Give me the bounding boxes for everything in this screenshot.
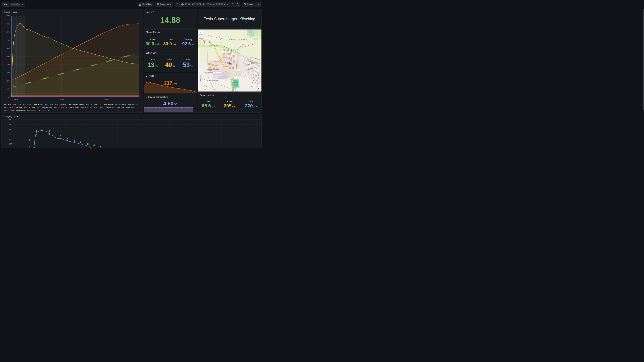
location-panel: Tesla Supercharger, Kösching — [198, 9, 262, 29]
svg-text:09:50: 09:50 — [104, 98, 108, 100]
location-title: Tesla Supercharger, Kösching — [204, 17, 255, 21]
avg-outdoor-temp-panel: Ø Outdoor Temperature 4.50°C — [144, 94, 197, 113]
legend-swatch — [70, 107, 72, 108]
battery-level-title: Battery Level — [146, 52, 158, 54]
svg-text:40%: 40% — [6, 64, 10, 66]
teslamate-button[interactable]: TeslaMate — [137, 2, 154, 7]
avg-power-panel: Ø Power 137kW — [144, 73, 197, 93]
stat-battery-added: Added 40% — [161, 58, 179, 68]
stat-used-energy: Used 33.0kWh — [161, 38, 179, 46]
battery-level-panel: Battery Level Start 13% Added 40% End 53… — [144, 50, 197, 72]
time-range-zoom-out-button[interactable] — [235, 2, 240, 7]
chevron-down-icon — [227, 4, 228, 5]
chevron-down-icon — [258, 4, 259, 5]
svg-text:10%: 10% — [6, 88, 10, 90]
toolbar: Car TeslaMate Dashboards — [0, 0, 263, 9]
apps-grid-icon — [139, 3, 141, 5]
chevron-down-icon — [22, 4, 23, 5]
legend-item-battery-heater[interactable]: Battery heaterMin: OffMax: On — [69, 103, 101, 105]
refresh-label: Refresh — [247, 3, 254, 5]
legend-item-range[interactable]: RangeMin: 65.6 kmMax: 270 km — [104, 103, 138, 105]
svg-text:P: P — [234, 73, 235, 76]
charge-energy-panel: Charge Energy Added 30.6kWh Used 33.0kWh… — [144, 29, 197, 49]
svg-text:200: 200 — [9, 133, 12, 135]
map-zoom-out-button[interactable]: − — [199, 35, 203, 38]
map-graphic: St 2335 Nordtangente Hepberger Straße He… — [198, 29, 262, 91]
car-variable-value[interactable] — [9, 2, 25, 6]
time-range-picker[interactable]: 25.01.2025, 09:39:14 to 25.01.2025, 09:5… — [180, 2, 230, 7]
charge-details-title: Charge Details — [4, 11, 18, 13]
legend-swatch — [4, 107, 6, 108]
svg-text:180: 180 — [9, 143, 12, 145]
refresh-interval-dropdown[interactable] — [256, 2, 260, 7]
time-range-forward-button[interactable] — [231, 2, 235, 7]
stat-battery-end: End 53% — [179, 58, 197, 68]
legend-item-soc[interactable]: SOCMin: 13%Max: 53% — [4, 103, 31, 105]
teslamate-label: TeslaMate — [142, 3, 152, 5]
charging-curve-chart[interactable]: 230220210200190180 — [2, 118, 262, 148]
map-canvas[interactable]: St 2335 Nordtangente Hepberger Straße He… — [198, 29, 262, 91]
stat-battery-start: Start 13% — [144, 58, 161, 68]
charge-details-panel: Charge Details 100%90%80%70%60%50%40%30%… — [1, 9, 143, 113]
cost-value: 14.88 — [144, 16, 197, 24]
charge-energy-title: Charge Energy — [146, 31, 160, 33]
avg-power-value: 137kW — [144, 81, 197, 86]
legend-item-phases[interactable]: PhasesMin: 0Max: 0 — [42, 106, 66, 108]
chart-legend: SOCMin: 13%Max: 53% PowerMin: 0 kWMax: 2… — [4, 102, 142, 111]
avg-outdoor-temp-value: 4.50°C — [144, 101, 197, 106]
svg-text:Bahnhofstraße: Bahnhofstraße — [209, 79, 218, 81]
legend-swatch — [100, 107, 102, 108]
map-panel: St 2335 Nordtangente Hepberger Straße He… — [198, 29, 262, 92]
clock-icon — [181, 3, 184, 5]
stat-added-energy: Added 30.6kWh — [144, 38, 161, 46]
svg-text:210: 210 — [9, 128, 12, 130]
legend-swatch — [34, 104, 37, 105]
svg-text:20%: 20% — [6, 80, 10, 82]
stat-range-start: Start 65.6km — [198, 100, 219, 108]
svg-text:St 2335: St 2335 — [215, 59, 220, 61]
map-attribution-button[interactable]: i — [257, 87, 260, 90]
map-zoom-in-button[interactable]: + — [199, 31, 203, 34]
legend-swatch — [42, 107, 45, 108]
car-value-redacted — [11, 3, 20, 5]
charging-curve-panel: Charging curve 230220210200190180 — [1, 114, 262, 148]
legend-swatch — [69, 104, 71, 105]
external-link-icon[interactable] — [152, 11, 154, 13]
charging-curve-title: Charging curve — [4, 115, 18, 118]
legend-item-power[interactable]: PowerMin: 0 kWMax: 208 kW — [34, 103, 66, 105]
legend-item-charging-voltage[interactable]: Charging VoltageMin: 2 VMax: 2 V — [4, 106, 40, 108]
cost-title: Cost — [146, 11, 150, 13]
ranges-panel: Ranges (rated) Start 65.6km Added 205km … — [198, 92, 262, 113]
avg-outdoor-temp-title: Ø Outdoor Temperature — [146, 96, 168, 98]
avg-outdoor-temp-sparkline — [144, 107, 197, 112]
legend-item-outdoor-temperature[interactable]: Outdoor TemperatureMin: 4.50 °CMax: 4.50… — [4, 109, 50, 111]
svg-text:09:40: 09:40 — [14, 98, 19, 100]
map-marker — [228, 62, 230, 64]
dashboards-button[interactable]: Dashboards — [155, 2, 173, 7]
svg-text:09:45: 09:45 — [59, 98, 64, 100]
legend-item-current-pilot[interactable]: Current (pilot)Min: 16 AMax: 16 A — [100, 106, 134, 108]
svg-text:70%: 70% — [6, 39, 10, 41]
legend-swatch — [4, 110, 6, 111]
stat-range-end: End 270km — [240, 100, 262, 108]
time-range-text: 25.01.2025, 09:39:14 to 25.01.2025, 09:5… — [185, 3, 226, 5]
list-icon — [157, 3, 159, 5]
ranges-title: Ranges (rated) — [200, 94, 214, 96]
svg-text:Lenting: Lenting — [204, 39, 206, 45]
svg-text:Realschule: Realschule — [232, 81, 239, 83]
avg-power-title: Ø Power — [146, 75, 154, 77]
svg-text:Kösching: Kösching — [232, 83, 238, 85]
time-range-back-button[interactable] — [175, 2, 179, 7]
chevron-right-icon — [232, 3, 234, 5]
charge-details-chart[interactable]: 100%90%80%70%60%50%40%30%20%10%0%09:4009… — [3, 15, 141, 103]
car-variable-select[interactable]: Car — [2, 2, 25, 7]
refresh-button[interactable]: Refresh — [242, 2, 256, 7]
svg-text:0%: 0% — [8, 96, 10, 98]
svg-text:190: 190 — [9, 138, 12, 140]
svg-text:100%: 100% — [6, 15, 10, 17]
legend-item-current[interactable]: CurrentMin: 0 AMax: 0 A — [70, 106, 97, 108]
svg-text:50%: 50% — [6, 55, 10, 57]
cost-panel: Cost 14.88 — [144, 9, 197, 29]
svg-text:Industriestraße: Industriestraße — [204, 72, 213, 73]
svg-text:60%: 60% — [6, 47, 10, 49]
